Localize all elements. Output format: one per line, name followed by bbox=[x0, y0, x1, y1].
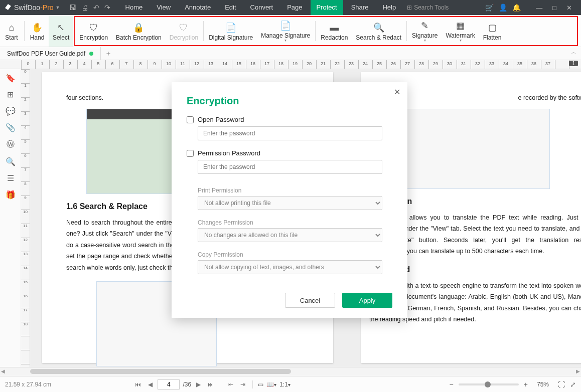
permission-password-checkbox[interactable] bbox=[187, 150, 194, 157]
search-tools[interactable]: ⊞ Search Tools bbox=[407, 4, 449, 11]
ribbon-watermark[interactable]: ▦Watermark▾ bbox=[442, 16, 479, 47]
menu-protect[interactable]: Protect bbox=[311, 0, 343, 15]
unlock-icon: 🛡 bbox=[179, 21, 188, 34]
fit-width-icon[interactable]: ⛶ bbox=[558, 380, 565, 388]
ribbon-redaction[interactable]: ▬Redaction bbox=[317, 16, 352, 47]
zoom-in-icon[interactable]: + bbox=[524, 380, 528, 388]
collapse-ribbon-icon[interactable]: ︿ bbox=[571, 49, 576, 56]
close-icon[interactable]: ✕ bbox=[563, 4, 575, 12]
bell-icon[interactable]: 🔔 bbox=[512, 4, 521, 12]
permission-password-input[interactable] bbox=[198, 160, 382, 174]
horizontal-scrollbar[interactable]: ◀ ▶ bbox=[0, 367, 581, 376]
ribbon-batch-encryption[interactable]: 🔒Batch Encryption bbox=[112, 16, 166, 47]
book-view-icon[interactable]: 📖▾ bbox=[266, 381, 276, 388]
dialog-close-icon[interactable]: ✕ bbox=[394, 87, 400, 97]
app-name-b: -Pro bbox=[40, 4, 53, 12]
actual-size-icon[interactable]: 1:1▾ bbox=[279, 381, 290, 388]
prev-page-icon[interactable]: ◀ bbox=[146, 381, 155, 388]
next-page-icon[interactable]: ▶ bbox=[194, 381, 203, 388]
gift-icon[interactable]: 🎁 bbox=[6, 190, 16, 200]
last-page-icon[interactable]: ⏭ bbox=[206, 381, 216, 388]
home-icon: ⌂ bbox=[9, 21, 15, 34]
zoom-knob[interactable] bbox=[485, 381, 491, 387]
menu-view[interactable]: View bbox=[151, 0, 177, 15]
modified-indicator-icon bbox=[89, 52, 93, 56]
search-redact-icon: 🔍 bbox=[373, 21, 384, 34]
app-dropdown-icon[interactable]: ▼ bbox=[56, 5, 60, 10]
zoom-slider[interactable] bbox=[459, 383, 519, 385]
open-password-input[interactable] bbox=[198, 126, 382, 140]
apply-button[interactable]: Apply bbox=[342, 293, 392, 308]
save-icon[interactable]: 🖫 bbox=[69, 4, 76, 12]
user-icon[interactable]: 👤 bbox=[499, 4, 507, 12]
document-tab-bar: SwifDoo PDF User Guide.pdf ＋ bbox=[0, 47, 581, 60]
window-controls: — □ ✕ bbox=[533, 4, 575, 12]
menu-home[interactable]: Home bbox=[119, 0, 149, 15]
page-navigator: ⏮ ◀ /36 ▶ ⏭ ⇤ ⇥ ▭ 📖▾ 1:1▾ bbox=[133, 379, 290, 389]
print-permission-label: Print Permission bbox=[198, 187, 392, 194]
thumbnails-icon[interactable]: ⊞ bbox=[7, 90, 14, 99]
cancel-button[interactable]: Cancel bbox=[285, 293, 335, 308]
fullscreen-icon[interactable]: ⤢ bbox=[570, 380, 576, 388]
scroll-thumb[interactable] bbox=[30, 369, 291, 374]
word-icon[interactable]: Ⓦ bbox=[7, 139, 15, 150]
search-icon[interactable]: 🔍 bbox=[6, 157, 16, 166]
menu-convert[interactable]: Convert bbox=[244, 0, 279, 15]
prev-view-icon[interactable]: ⇤ bbox=[226, 381, 235, 388]
scroll-right-icon[interactable]: ▶ bbox=[576, 368, 580, 374]
menu-annotate[interactable]: Annotate bbox=[179, 0, 217, 15]
ribbon-flatten[interactable]: ▢Flatten bbox=[479, 16, 506, 47]
add-tab-icon[interactable]: ＋ bbox=[101, 49, 116, 58]
print-icon[interactable]: 🖨 bbox=[81, 4, 88, 12]
ribbon-search-redact[interactable]: 🔍Search & Redact bbox=[352, 16, 405, 47]
next-view-icon[interactable]: ⇥ bbox=[238, 381, 247, 388]
scroll-left-icon[interactable]: ◀ bbox=[1, 368, 5, 374]
protect-ribbon-group: 🛡Encryption 🔒Batch Encryption 🛡Decryptio… bbox=[74, 16, 578, 46]
list-icon[interactable]: ☰ bbox=[7, 173, 14, 183]
comments-icon[interactable]: 💬 bbox=[6, 106, 16, 116]
ribbon-decryption[interactable]: 🛡Decryption bbox=[166, 16, 202, 47]
zoom-value: 75% bbox=[533, 381, 553, 388]
cart-icon[interactable]: 🛒 bbox=[485, 4, 494, 12]
pen-icon: ✎ bbox=[421, 19, 428, 32]
maximize-icon[interactable]: □ bbox=[549, 4, 559, 12]
ribbon-manage-signature[interactable]: 📄Manage Signature▾ bbox=[257, 16, 314, 47]
page-total: /36 bbox=[183, 381, 191, 388]
ribbon-hand[interactable]: ✋ Hand bbox=[26, 16, 49, 47]
ribbon-start[interactable]: ⌂ Start bbox=[0, 16, 23, 47]
zoom-out-icon[interactable]: − bbox=[450, 380, 454, 388]
ribbon-signature[interactable]: ✎Signature▾ bbox=[408, 16, 442, 47]
copy-permission-select[interactable]: Not allow copying of text, images, and o… bbox=[198, 260, 382, 274]
menu-share[interactable]: Share bbox=[345, 0, 375, 15]
cursor-icon: ↖ bbox=[57, 21, 65, 34]
print-permission-select[interactable]: Not allow printing this file bbox=[198, 196, 382, 210]
menu-help[interactable]: Help bbox=[376, 0, 402, 15]
flatten-icon: ▢ bbox=[488, 21, 497, 34]
ribbon-select[interactable]: ↖ Select bbox=[49, 16, 73, 47]
search-tools-label: Search Tools bbox=[414, 4, 449, 11]
first-page-icon[interactable]: ⏮ bbox=[133, 381, 143, 388]
document-tab[interactable]: SwifDoo PDF User Guide.pdf bbox=[0, 47, 101, 60]
ruler-page-badge: 1 bbox=[569, 61, 578, 66]
changes-permission-select[interactable]: No changes are allowed on this file bbox=[198, 228, 382, 242]
shield-icon: 🛡 bbox=[89, 21, 98, 34]
bookmark-icon[interactable]: 🔖 bbox=[6, 73, 16, 83]
undo-icon[interactable]: ↶ bbox=[93, 4, 99, 12]
menu-page[interactable]: Page bbox=[281, 0, 308, 15]
menu-edit[interactable]: Edit bbox=[219, 0, 242, 15]
hand-icon: ✋ bbox=[32, 21, 43, 34]
document-tab-label: SwifDoo PDF User Guide.pdf bbox=[7, 50, 85, 57]
page-number-input[interactable] bbox=[158, 379, 180, 389]
app-name-a: SwifDoo bbox=[14, 4, 40, 12]
ribbon-encryption[interactable]: 🛡Encryption bbox=[75, 16, 112, 47]
copy-permission-label: Copy Permission bbox=[198, 251, 392, 258]
open-password-checkbox[interactable] bbox=[187, 116, 194, 123]
single-page-icon[interactable]: ▭ bbox=[258, 381, 263, 388]
permission-password-label: Permission Password bbox=[198, 149, 260, 157]
open-password-label: Open Password bbox=[198, 116, 244, 123]
grid-icon: ⊞ bbox=[407, 4, 412, 11]
redo-icon[interactable]: ↷ bbox=[104, 4, 110, 12]
attachments-icon[interactable]: 📎 bbox=[6, 123, 16, 132]
minimize-icon[interactable]: — bbox=[533, 4, 545, 12]
ribbon-digital-signature[interactable]: 📄Digital Signature bbox=[205, 16, 257, 47]
